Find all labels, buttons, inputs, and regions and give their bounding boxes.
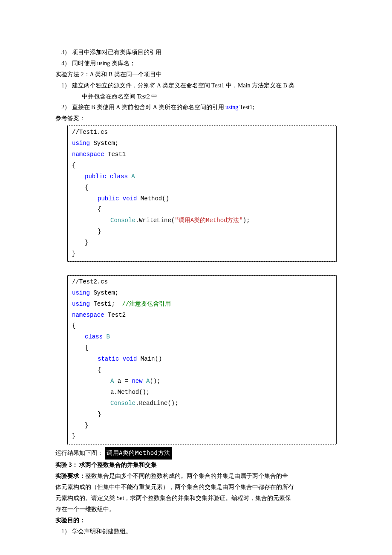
text: {	[72, 322, 75, 329]
console-output-badge: 调用A类的Method方法	[105, 447, 172, 460]
text: a.Method();	[110, 389, 150, 396]
text: System;	[90, 140, 118, 147]
text: }	[72, 250, 75, 257]
experiment3-requirement-c: 元素构成的。请定义类 Set，求两个整数集合的并集和交集并验证。编程时，集合的元…	[55, 493, 337, 504]
text: 实验方法 2：A 类和 B 类在同一个项目中	[55, 71, 162, 78]
answers-label: 参考答案：	[55, 113, 337, 124]
kw-class: class	[85, 333, 103, 340]
text: Test1;	[90, 301, 122, 307]
code-line: {	[72, 343, 332, 354]
experiment3-requirement: 实验要求：整数集合是由多个不同的整数构成的。两个集合的并集是由属于两个集合的全	[55, 471, 337, 482]
type-A: A	[143, 378, 150, 384]
text: System;	[90, 289, 118, 296]
text: {	[72, 162, 75, 169]
experiment3-purpose-1: 1） 学会声明和创建数组。	[55, 526, 337, 537]
code-line: Console.ReadLine();	[72, 398, 332, 409]
code-line: {	[72, 365, 332, 376]
run-result-line: 运行结果如下图： 调用A类的Method方法	[55, 447, 337, 460]
text: 存在一个一维数组中。	[55, 506, 115, 512]
text: Main()	[137, 356, 162, 362]
text: 整数集合是由多个不同的整数构成的。两个集合的并集是由属于两个集合的全	[85, 473, 288, 479]
code-line: }	[72, 409, 332, 420]
experiment3-title: 实验 3： 求两个整数集合的并集和交集	[55, 460, 337, 471]
code-line: a.Method();	[72, 387, 332, 398]
code-line: //Test2.cs	[72, 277, 332, 288]
text: {	[85, 184, 88, 191]
text: 1） 学会声明和创建数组。	[61, 528, 132, 535]
code-line: using Test1; //注意要包含引用	[72, 299, 332, 310]
code-block-test1: //Test1.cs using System; namespace Test1…	[67, 126, 337, 262]
kw-static-void: static void	[98, 356, 137, 362]
code-line: public void Method()	[72, 194, 332, 205]
text: {	[85, 344, 88, 351]
code-line: }	[72, 431, 332, 442]
document-page: 3） 项目中添加对已有类库项目的引用 4） 同时使用 using 类库名； 实验…	[0, 0, 392, 555]
code-line: namespace Test1	[72, 149, 332, 160]
text: {	[98, 206, 101, 213]
code-line: {	[72, 182, 332, 194]
code-line: {	[72, 160, 332, 171]
code-line: public class A	[72, 171, 332, 182]
text: }	[85, 422, 88, 429]
text: 元素构成的。请定义类 Set，求两个整数集合的并集和交集并验证。编程时，集合的元…	[55, 495, 291, 501]
code-line: using System;	[72, 288, 332, 299]
experiment3-requirement-d: 存在一个一维数组中。	[55, 504, 337, 515]
type-console: Console	[110, 217, 135, 224]
type-A: A	[128, 173, 135, 180]
list-item-4: 4） 同时使用 using 类库名；	[55, 58, 337, 69]
type-console: Console	[110, 400, 135, 407]
code-line: }	[72, 249, 332, 260]
kw-public-void: public void	[98, 195, 137, 202]
run-label: 运行结果如下图：	[55, 448, 103, 459]
text: }	[85, 239, 88, 246]
text: 2） 直接在 B 类使用 A 类前包含对 A 类所在的命名空间的引用	[61, 104, 225, 110]
text: Test1;	[238, 104, 254, 110]
code-line: }	[72, 226, 332, 237]
code-block-test2: //Test2.cs using System; using Test1; //…	[67, 275, 337, 444]
text: .ReadLine();	[135, 400, 179, 407]
kw-new: new	[132, 378, 142, 384]
kw-using: using	[72, 140, 90, 147]
text: 体元素构成的（但集中中不能有重复元素），两个集合的交集是由两个集合中都存在的所有	[55, 484, 294, 490]
text: Method()	[137, 195, 169, 202]
text: 中并包含在命名空间 Test2 中	[82, 93, 157, 100]
kw-using: using	[72, 289, 90, 296]
code-line: {	[72, 321, 332, 332]
text: 实验目的：	[55, 517, 85, 523]
method2-title: 实验方法 2：A 类和 B 类在同一个项目中	[55, 69, 337, 80]
text: //Test2.cs	[72, 278, 108, 285]
text: 4） 同时使用 using 类库名；	[61, 60, 135, 66]
method2-step2: 2） 直接在 B 类使用 A 类前包含对 A 类所在的命名空间的引用 using…	[55, 102, 337, 113]
spacer	[55, 263, 337, 274]
code-line: A a = new A();	[72, 376, 332, 387]
experiment3-purpose-label: 实验目的：	[55, 515, 337, 526]
code-line: //Test1.cs	[72, 127, 332, 138]
string-literal: "调用A类的Method方法"	[175, 217, 243, 224]
code-line: }	[72, 237, 332, 249]
text: Test1	[104, 151, 126, 158]
list-item-3: 3） 项目中添加对已有类库项目的引用	[55, 47, 337, 58]
experiment3-requirement-b: 体元素构成的（但集中中不能有重复元素），两个集合的交集是由两个集合中都存在的所有	[55, 482, 337, 493]
text: );	[243, 217, 250, 224]
text: Test2	[104, 312, 126, 318]
text: }	[98, 228, 101, 235]
type-B: B	[103, 333, 110, 340]
kw-public-class: public class	[85, 173, 128, 180]
text: {	[98, 367, 101, 373]
code-line: class B	[72, 332, 332, 343]
code-line: using System;	[72, 138, 332, 149]
code-line: static void Main()	[72, 354, 332, 365]
text: 1） 建立两个独立的源文件，分别将 A 类定义在命名空间 Test1 中，Mai…	[61, 82, 294, 89]
kw-using: using	[72, 301, 90, 307]
method2-step1b: 中并包含在命名空间 Test2 中	[55, 91, 337, 102]
text: 3） 项目中添加对已有类库项目的引用	[61, 49, 161, 55]
code-line: Console.WriteLine("调用A类的Method方法");	[72, 215, 332, 226]
code-keyword: using	[225, 104, 238, 110]
code-line: {	[72, 204, 332, 215]
req-label: 实验要求：	[55, 473, 85, 479]
text: }	[98, 411, 101, 418]
text: //Test1.cs	[72, 129, 108, 136]
code-line: namespace Test2	[72, 310, 332, 321]
text: a =	[114, 378, 132, 384]
comment: //注意要包含引用	[122, 301, 171, 307]
